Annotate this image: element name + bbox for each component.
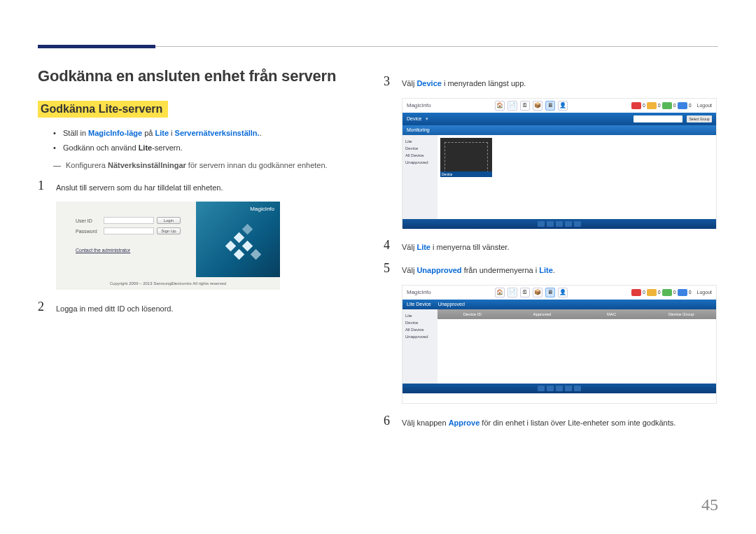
step-text: Anslut till servern som du har tilldelat…: [56, 178, 223, 194]
side-item-lite[interactable]: Lite: [405, 312, 435, 319]
login-pass-input[interactable]: [104, 227, 154, 234]
nav-schedule-icon[interactable]: 🗓: [520, 101, 530, 111]
nav-device-icon[interactable]: 🖥: [545, 288, 555, 297]
group-select[interactable]: [634, 115, 682, 122]
device-thumbnail[interactable]: Device: [440, 138, 492, 177]
side-item-device[interactable]: Device: [405, 319, 435, 326]
nav-schedule-icon[interactable]: 🗓: [520, 288, 530, 297]
top-nav-icons: 🏠 📄 🗓 📦 🖥 👤: [495, 101, 568, 111]
status-pill-red: [631, 102, 641, 109]
step-text: Välj Lite i menyerna till vänster.: [402, 238, 509, 253]
page-number: 45: [701, 496, 718, 514]
menu-device-label[interactable]: Device: [407, 116, 421, 121]
nav-home-icon[interactable]: 🏠: [495, 288, 505, 297]
intro-bullets: Ställ in MagicInfo-läge på Lite i Server…: [53, 127, 367, 154]
login-button[interactable]: Login: [157, 217, 181, 224]
screenshot-login: User ID Login Password Sign Up Contact t…: [56, 202, 280, 290]
bullet-item: Ställ in MagicInfo-läge på Lite i Server…: [53, 127, 367, 140]
app-brand: MagicInfo: [407, 289, 431, 295]
step-6: 6 Välj knappen Approve för din enhet i l…: [384, 414, 718, 429]
side-item-lite[interactable]: Lite: [405, 138, 435, 145]
step-text: Välj knappen Approve för din enhet i lis…: [402, 414, 676, 429]
login-copyright: Copyright 2009 – 2013 SamsungElectronics…: [56, 281, 280, 286]
step-number: 4: [384, 238, 402, 253]
select-group-button[interactable]: Select Group: [687, 115, 712, 122]
login-user-input[interactable]: [104, 217, 154, 224]
side-item-all[interactable]: All Device: [405, 326, 435, 333]
subtab-monitoring[interactable]: Monitoring: [407, 127, 430, 132]
subtab-lite-device[interactable]: Lite Device: [407, 302, 431, 307]
status-pill-green: [662, 102, 672, 109]
login-user-label: User ID: [76, 218, 104, 223]
section-heading: Godkänna Lite-servern: [38, 101, 168, 118]
screenshot-device-unapproved: MagicInfo 🏠 📄 🗓 📦 🖥 👤 0 0 0 0 Logout: [402, 285, 717, 404]
left-menu: Lite Device All Device Unapproved: [402, 135, 438, 219]
nav-content-icon[interactable]: 📄: [507, 101, 517, 111]
bullet-item: Godkänn och använd Lite-servern.: [53, 142, 367, 155]
logout-link[interactable]: Logout: [697, 103, 712, 108]
screenshot-device-monitoring: MagicInfo 🏠 📄 🗓 📦 🖥 👤 0 0 0 0 Logout: [402, 98, 717, 228]
magicinfo-logo-text: MagicInfo: [250, 206, 274, 212]
status-area: 0 0 0 0 Logout: [631, 289, 712, 296]
app-brand: MagicInfo: [407, 102, 431, 108]
pager-footer: [402, 384, 716, 393]
step-2: 2 Logga in med ditt ID och lösenord.: [38, 300, 367, 315]
step-number: 3: [384, 74, 402, 90]
subtab-unapproved[interactable]: Unapproved: [438, 302, 465, 307]
step-text: Logga in med ditt ID och lösenord.: [56, 300, 174, 315]
top-nav-icons: 🏠 📄 🗓 📦 🖥 👤: [495, 288, 568, 297]
step-5: 5 Välj Unapproved från undermenyerna i L…: [384, 261, 718, 276]
side-item-device[interactable]: Device: [405, 145, 435, 152]
step-number: 6: [384, 414, 402, 429]
contact-admin-link[interactable]: Contact the administrator: [76, 248, 130, 253]
left-menu: Lite Device All Device Unapproved: [402, 309, 438, 384]
nav-package-icon[interactable]: 📦: [533, 288, 542, 297]
login-brand-panel: MagicInfo: [196, 202, 280, 277]
step-number: 5: [384, 261, 402, 276]
side-item-all[interactable]: All Device: [405, 152, 435, 159]
table-header-row: Device ID Approved MAC Device Group: [438, 309, 716, 319]
step-text: Välj Device i menyraden längst upp.: [402, 74, 526, 90]
step-3: 3 Välj Device i menyraden längst upp.: [384, 74, 718, 90]
status-pill-amber: [647, 102, 657, 109]
status-area: 0 0 0 0 Logout: [631, 102, 712, 109]
side-item-unapproved[interactable]: Unapproved: [405, 159, 435, 166]
nav-home-icon[interactable]: 🏠: [495, 101, 505, 111]
nav-device-icon[interactable]: 🖥: [545, 101, 555, 111]
login-pass-label: Password: [76, 229, 104, 234]
top-accent-bar: [38, 45, 155, 48]
side-item-unapproved[interactable]: Unapproved: [405, 333, 435, 340]
nav-user-icon[interactable]: 👤: [558, 288, 568, 297]
nav-package-icon[interactable]: 📦: [533, 101, 542, 111]
page-title: Godkänna en ansluten enhet från servern: [38, 67, 367, 85]
step-number: 1: [38, 178, 56, 194]
step-number: 2: [38, 300, 56, 315]
pager-footer: [402, 219, 716, 229]
config-note: ― Konfigurera Nätverksinställningar för …: [53, 160, 367, 171]
status-pill-blue: [678, 102, 687, 109]
signup-button[interactable]: Sign Up: [157, 227, 181, 234]
logout-link[interactable]: Logout: [697, 290, 712, 295]
step-text: Välj Unapproved från undermenyerna i Lit…: [402, 261, 555, 276]
nav-user-icon[interactable]: 👤: [558, 101, 568, 111]
step-4: 4 Välj Lite i menyerna till vänster.: [384, 238, 718, 253]
nav-content-icon[interactable]: 📄: [507, 288, 517, 297]
step-1: 1 Anslut till servern som du har tilldel…: [38, 178, 367, 194]
